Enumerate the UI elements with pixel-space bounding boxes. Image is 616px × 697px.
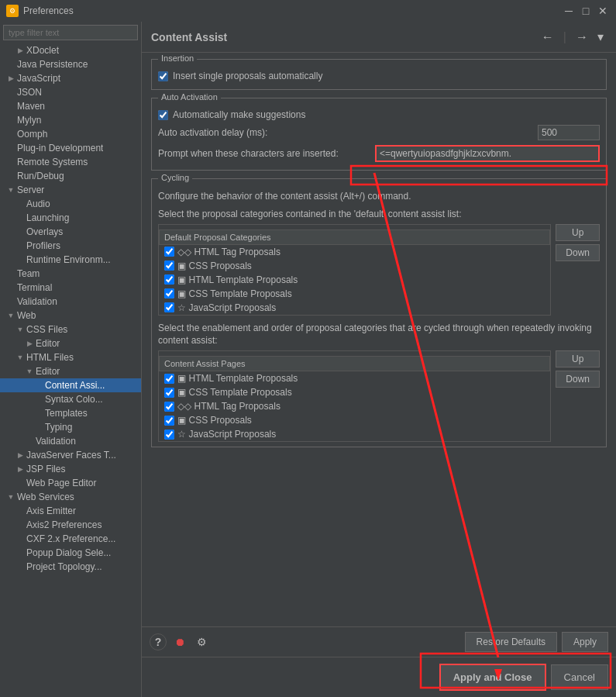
page-proposal-checkbox[interactable] <box>164 388 174 398</box>
sidebar-item-content-assist[interactable]: Content Assi... <box>0 378 141 392</box>
sidebar-item-runtime-env[interactable]: Runtime Environm... <box>0 253 141 267</box>
nav-forward-button[interactable]: → <box>573 29 591 46</box>
table-row[interactable]: ◇◇ HTML Tag Proposals <box>160 244 550 259</box>
table-row[interactable]: ▣ CSS Template Proposals <box>160 287 550 301</box>
sidebar-item-editor[interactable]: ▶ Editor <box>0 336 141 350</box>
window-title: Preferences <box>23 5 562 16</box>
default-down-button[interactable]: Down <box>556 244 600 261</box>
pages-proposals-header: Content Assist Pages <box>160 357 550 371</box>
sidebar-item-maven[interactable]: Maven <box>0 99 141 113</box>
sidebar-item-overlays[interactable]: Overlays <box>0 225 141 239</box>
sidebar-item-javaserver-faces[interactable]: ▶ JavaServer Faces T... <box>0 448 141 462</box>
sidebar-item-java-persistence[interactable]: Java Persistence <box>0 57 141 71</box>
sidebar-item-project-topology[interactable]: Project Topology... <box>0 560 141 574</box>
table-row[interactable]: ▣ HTML Template Proposals <box>160 371 550 386</box>
sidebar-item-remote-systems[interactable]: Remote Systems <box>0 155 141 169</box>
proposal-checkbox[interactable] <box>164 261 174 271</box>
default-proposals-table: Default Proposal Categories <box>158 224 551 316</box>
sidebar-item-css-files[interactable]: ▼ CSS Files <box>0 323 141 336</box>
minimize-button[interactable]: ─ <box>562 4 576 18</box>
sidebar-item-validation2[interactable]: Validation <box>0 434 141 448</box>
expand-arrow <box>15 520 25 530</box>
pages-up-button[interactable]: Up <box>556 350 600 367</box>
sidebar-item-web-services[interactable]: ▼ Web Services <box>0 490 141 504</box>
sidebar-item-html-files[interactable]: ▼ HTML Files <box>0 350 141 364</box>
sidebar-item-json[interactable]: JSON <box>0 85 141 99</box>
expand-arrow <box>15 199 25 209</box>
restore-defaults-button[interactable]: Restore Defaults <box>465 632 557 652</box>
filter-input[interactable] <box>3 25 138 40</box>
sidebar-item-typing[interactable]: Typing <box>0 420 141 434</box>
cancel-button[interactable]: Cancel <box>551 664 608 690</box>
sidebar-item-web-page-editor[interactable]: Web Page Editor <box>0 476 141 490</box>
page-proposal-checkbox[interactable] <box>164 430 174 440</box>
expand-arrow <box>6 157 15 167</box>
sidebar-item-team[interactable]: Team <box>0 267 141 281</box>
sidebar-item-launching[interactable]: Launching <box>0 211 141 225</box>
table-row[interactable]: ▣ HTML Template Proposals <box>160 273 550 287</box>
cycling-desc3: Select the enablement and order of propo… <box>158 322 600 348</box>
apply-button[interactable]: Apply <box>562 632 608 652</box>
proposal-checkbox[interactable] <box>164 288 174 298</box>
settings-button[interactable]: ⚙ <box>193 633 210 650</box>
sidebar-item-xdoclet[interactable]: ▶ XDoclet <box>0 43 141 57</box>
delay-input[interactable] <box>538 125 600 140</box>
sidebar-item-javascript[interactable]: ▶ JavaScript <box>0 71 141 85</box>
table-row[interactable]: ☆ JavaScript Proposals <box>160 301 550 315</box>
window-controls: ─ □ ✕ <box>562 4 610 18</box>
sidebar-item-editor2[interactable]: ▼ Editor <box>0 364 141 378</box>
bottom-right-btns: Restore Defaults Apply <box>465 632 608 652</box>
nav-separator: | <box>560 29 570 46</box>
bottom-bar: ? ⏺ ⚙ Restore Defaults Apply <box>142 626 616 657</box>
pages-down-button[interactable]: Down <box>556 371 600 388</box>
sidebar-item-web[interactable]: ▼ Web <box>0 309 141 323</box>
default-proposals-buttons: Up Down <box>556 224 600 261</box>
table-row[interactable]: ▣ CSS Template Proposals <box>160 385 550 399</box>
proposal-checkbox[interactable] <box>164 247 174 257</box>
sidebar-item-validation[interactable]: Validation <box>0 295 141 309</box>
sidebar-item-profilers[interactable]: Profilers <box>0 239 141 253</box>
sidebar-item-syntax-coloring[interactable]: Syntax Colo... <box>0 392 141 406</box>
sidebar-item-server[interactable]: ▼ Server <box>0 183 141 197</box>
sidebar-item-axis2[interactable]: Axis2 Preferences <box>0 518 141 532</box>
sidebar-item-run-debug[interactable]: Run/Debug <box>0 169 141 183</box>
default-up-button[interactable]: Up <box>556 224 600 241</box>
insert-single-label: Insert single proposals automatically <box>173 71 322 81</box>
table-row[interactable]: ◇◇ HTML Tag Proposals <box>160 399 550 413</box>
record-button[interactable]: ⏺ <box>171 633 188 650</box>
page-proposal-checkbox[interactable] <box>164 416 174 426</box>
proposal-checkbox[interactable] <box>164 302 174 312</box>
table-row[interactable]: ☆ JavaScript Proposals <box>160 427 550 441</box>
close-button[interactable]: ✕ <box>596 4 610 18</box>
sidebar-item-mylyn[interactable]: Mylyn <box>0 113 141 127</box>
page-proposal-checkbox[interactable] <box>164 402 174 412</box>
help-button[interactable]: ? <box>150 633 167 650</box>
maximize-button[interactable]: □ <box>579 4 593 18</box>
sidebar-item-audio[interactable]: Audio <box>0 197 141 211</box>
page-proposal-checkbox[interactable] <box>164 374 174 384</box>
sidebar-item-terminal[interactable]: Terminal <box>0 281 141 295</box>
proposal-icon: ▣ <box>177 415 186 426</box>
apply-close-button[interactable]: Apply and Close <box>439 664 546 691</box>
expand-arrow: ▶ <box>15 464 25 474</box>
sidebar-item-plugin-development[interactable]: Plug-in Development <box>0 141 141 155</box>
table-row[interactable]: ▣ CSS Proposals <box>160 259 550 273</box>
sidebar-item-popup-dialog[interactable]: Popup Dialog Sele... <box>0 546 141 560</box>
expand-arrow <box>6 129 15 139</box>
insert-single-checkbox[interactable] <box>158 71 168 81</box>
sidebar-item-cxf[interactable]: CXF 2.x Preference... <box>0 532 141 546</box>
nav-menu-button[interactable]: ▾ <box>594 28 607 46</box>
panel-title: Content Assist <box>151 31 227 43</box>
sidebar-item-oomph[interactable]: Oomph <box>0 127 141 141</box>
nav-back-button[interactable]: ← <box>539 29 557 46</box>
table-row[interactable]: ▣ CSS Proposals <box>160 413 550 427</box>
expand-arrow <box>15 227 25 236</box>
sidebar-item-axis-emitter[interactable]: Axis Emitter <box>0 504 141 518</box>
prompt-input[interactable] <box>375 145 600 162</box>
auto-suggest-checkbox[interactable] <box>158 110 168 120</box>
sidebar-item-jsp-files[interactable]: ▶ JSP Files <box>0 462 141 476</box>
expand-arrow: ▼ <box>6 492 15 502</box>
proposal-checkbox[interactable] <box>164 274 174 285</box>
expand-arrow <box>6 116 15 125</box>
sidebar-item-templates[interactable]: Templates <box>0 406 141 420</box>
